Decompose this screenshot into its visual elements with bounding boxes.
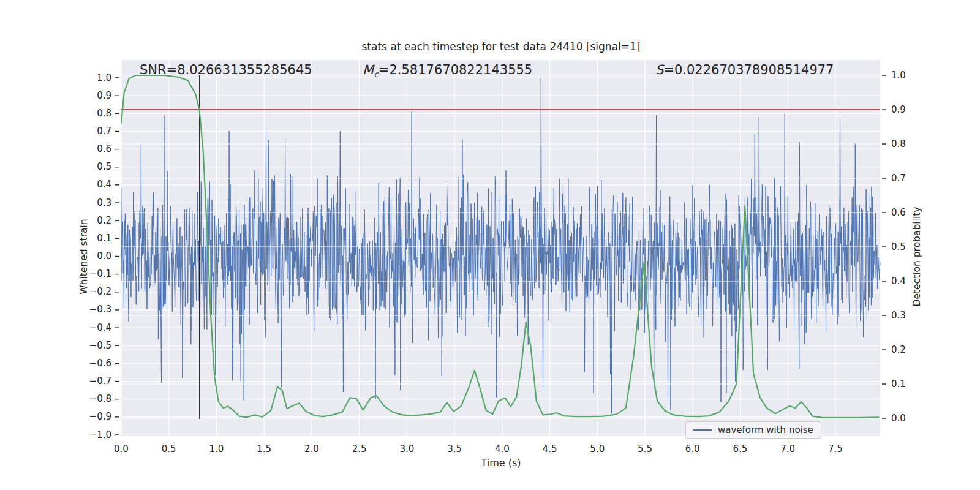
x-tick-label: 4.0: [492, 445, 512, 454]
y-left-tick-label: 0.2: [97, 216, 111, 225]
x-tick-label: 2.0: [302, 445, 322, 454]
y-right-tick-label: 0.8: [891, 140, 906, 149]
y-left-tick-label: 0.5: [97, 162, 111, 172]
y-right-axis-label: Detection probability: [911, 207, 922, 307]
legend-line-sample: [693, 429, 712, 431]
x-tick-label: 6.0: [683, 445, 703, 454]
x-tick-label: 0.0: [111, 445, 131, 454]
y-left-axis-label: Whitened strain: [78, 219, 89, 294]
y-left-tick-label: 0.4: [97, 180, 111, 189]
x-tick-label: 6.5: [730, 445, 750, 454]
y-right-tick-label: 0.5: [891, 243, 906, 252]
x-tick-label: 1.0: [206, 445, 226, 454]
x-tick-label: 2.5: [350, 445, 369, 454]
legend: waveform with noise: [685, 421, 821, 439]
y-left-tick-label: 1.0: [97, 74, 111, 83]
y-right-tick-label: 0.0: [891, 414, 906, 423]
y-right-tick-label: 0.1: [891, 380, 906, 389]
y-left-tick-label: −0.1: [89, 270, 111, 279]
y-right-tick-label: 0.4: [891, 277, 906, 286]
x-tick-label: 7.0: [778, 445, 797, 454]
y-right-tick-label: 0.2: [891, 345, 906, 355]
y-left-tick-label: −0.5: [89, 341, 111, 350]
x-tick-label: 0.5: [159, 445, 179, 454]
y-right-tick-label: 0.6: [891, 208, 906, 217]
y-left-tick-label: −1.0: [89, 431, 111, 440]
legend-label: waveform with noise: [718, 424, 813, 435]
y-right-tick-label: 0.3: [891, 311, 906, 320]
y-left-tick-label: −0.3: [89, 305, 111, 314]
y-left-tick-label: 0.0: [97, 252, 111, 261]
x-tick-label: 3.0: [397, 445, 417, 454]
y-left-tick-label: 0.9: [97, 91, 111, 100]
y-right-tick-label: 1.0: [891, 71, 906, 80]
figure: stats at each timestep for test data 244…: [0, 0, 980, 490]
x-tick-label: 5.0: [587, 445, 607, 454]
y-right-tick-label: 0.7: [891, 174, 906, 183]
x-tick-label: 3.5: [445, 445, 464, 454]
y-right-tick-label: 0.9: [891, 105, 906, 115]
x-tick-label: 5.5: [635, 445, 655, 454]
y-left-tick-label: 0.8: [97, 109, 111, 118]
y-left-tick-label: −0.7: [89, 377, 111, 386]
x-tick-label: 1.5: [254, 445, 274, 454]
y-left-tick-label: −0.6: [89, 359, 111, 368]
annotation-chirp-mass: Mc=2.5817670822143555: [363, 62, 532, 79]
annotation-snr: SNR=8.026631355285645: [140, 62, 312, 77]
y-left-tick-label: 0.3: [97, 198, 111, 208]
x-axis-label: Time (s): [121, 457, 881, 469]
y-left-tick-label: −0.4: [89, 323, 111, 333]
x-tick-label: 4.5: [540, 445, 560, 454]
y-left-tick-label: 0.6: [97, 145, 111, 154]
annotation-stat-s: S=0.022670378908514977: [655, 62, 834, 77]
y-left-tick-label: −0.2: [89, 287, 111, 296]
chart-title: stats at each timestep for test data 244…: [121, 40, 881, 53]
y-left-tick-label: −0.8: [89, 394, 111, 404]
x-tick-label: 7.5: [826, 445, 845, 454]
y-left-tick-label: 0.1: [97, 234, 111, 243]
y-left-tick-label: 0.7: [97, 127, 111, 136]
y-left-tick-label: −0.9: [89, 412, 111, 421]
